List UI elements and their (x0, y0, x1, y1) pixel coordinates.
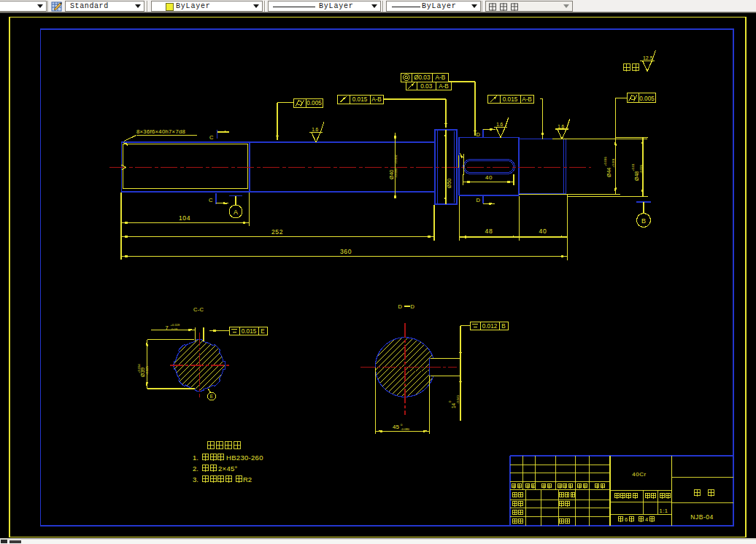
svg-text:1.6: 1.6 (496, 122, 503, 127)
svg-text:A-B: A-B (439, 83, 449, 90)
svg-text:Ø39: Ø39 (140, 368, 145, 377)
svg-text:0.015: 0.015 (242, 328, 257, 335)
svg-text:45: 45 (393, 424, 399, 430)
svg-text:+0.002: +0.002 (394, 154, 398, 164)
svg-text:3.: 3. (193, 475, 198, 483)
svg-text:A-B: A-B (371, 96, 382, 103)
svg-text:D: D (411, 303, 415, 310)
svg-text:1:1: 1:1 (660, 508, 668, 514)
svg-text:-0.026: -0.026 (639, 164, 643, 174)
svg-text:360: 360 (340, 248, 352, 255)
svg-text:-0.03: -0.03 (171, 327, 178, 331)
svg-text:104: 104 (179, 214, 190, 222)
svg-text:2.: 2. (193, 465, 198, 473)
svg-text:NJB-04: NJB-04 (690, 513, 713, 521)
svg-text:E: E (210, 394, 214, 399)
svg-text:+0.01: +0.01 (631, 163, 635, 171)
svg-text:-0.080: -0.080 (401, 427, 410, 431)
svg-text:6: 6 (625, 516, 628, 523)
svg-text:B: B (501, 323, 506, 330)
svg-text:D: D (477, 131, 481, 138)
svg-text:0.015: 0.015 (352, 96, 368, 103)
svg-text:A-B: A-B (435, 74, 445, 81)
svg-text:0.03: 0.03 (420, 83, 432, 90)
svg-text:C: C (209, 197, 213, 203)
svg-text:+0.119: +0.119 (171, 323, 180, 327)
svg-text:48: 48 (485, 228, 493, 235)
svg-text:1.6: 1.6 (312, 127, 318, 132)
svg-text:Ø48: Ø48 (634, 171, 639, 181)
svg-text:8×36f6×40h7×7d8: 8×36f6×40h7×7d8 (136, 128, 185, 135)
svg-text:Ø44: Ø44 (606, 168, 612, 177)
svg-text:R2: R2 (243, 475, 252, 483)
svg-text:Ø0.03: Ø0.03 (414, 74, 431, 81)
svg-text:40: 40 (485, 174, 493, 181)
svg-text:40: 40 (539, 228, 547, 235)
svg-text:E: E (261, 328, 265, 335)
svg-text:Ø50: Ø50 (447, 179, 452, 188)
svg-text:+0.001: +0.001 (612, 158, 615, 168)
svg-text:+0.016: +0.016 (603, 156, 607, 166)
svg-text:4: 4 (645, 516, 648, 523)
svg-text:B: B (641, 217, 646, 225)
svg-text:HB230-260: HB230-260 (226, 454, 263, 462)
svg-text:0.005: 0.005 (306, 100, 322, 106)
svg-text:+0.034: +0.034 (137, 363, 141, 373)
svg-text:D: D (477, 197, 481, 203)
svg-text:-0.043: -0.043 (456, 395, 460, 404)
svg-text:+0.016: +0.016 (394, 168, 398, 178)
svg-text:0.012: 0.012 (482, 323, 498, 330)
svg-text:0.005: 0.005 (639, 96, 655, 102)
svg-text:A: A (234, 209, 238, 216)
svg-text:7: 7 (166, 325, 169, 331)
svg-text:252: 252 (271, 228, 283, 236)
svg-text:12.5: 12.5 (643, 55, 653, 61)
svg-text:0.015: 0.015 (503, 96, 518, 103)
svg-text:A-B: A-B (522, 96, 532, 103)
svg-text:2×45°: 2×45° (218, 465, 238, 473)
svg-text:40Cr: 40Cr (632, 471, 646, 478)
svg-text:1.6: 1.6 (558, 124, 564, 129)
svg-text:C-C: C-C (193, 306, 204, 313)
svg-text:D: D (398, 303, 403, 310)
svg-text:14: 14 (451, 403, 456, 408)
svg-text:1.: 1. (193, 454, 198, 462)
svg-text:-0.025: -0.025 (145, 365, 149, 375)
svg-text:Ø40: Ø40 (389, 170, 394, 179)
svg-text:C: C (209, 134, 214, 141)
